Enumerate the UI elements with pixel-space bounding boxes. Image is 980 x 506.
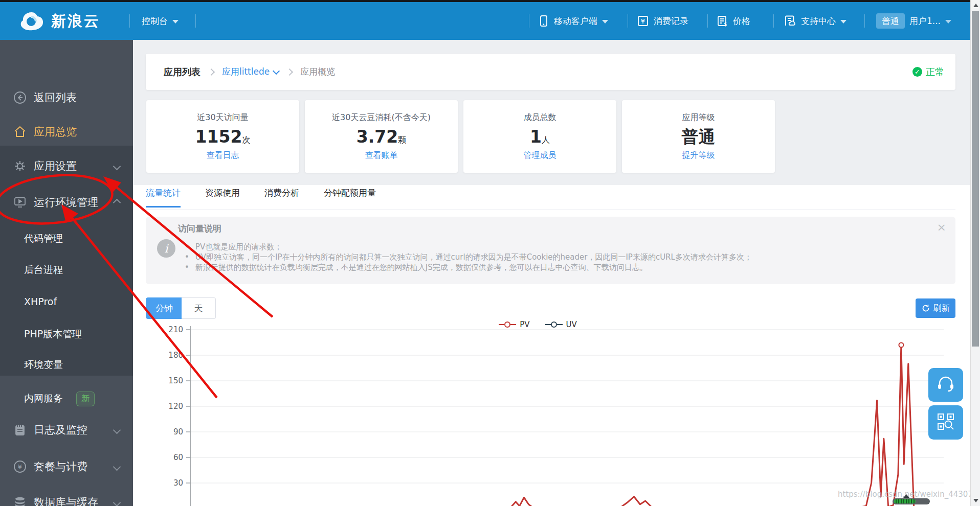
tab-resource-usage[interactable]: 资源使用 (205, 187, 240, 208)
tab-traffic-stats[interactable]: 流量统计 (146, 187, 181, 208)
sidebar-group-runtime-env[interactable]: 运行环境管理 (0, 191, 133, 214)
sidebar-item-label: 应用设置 (34, 159, 77, 173)
refresh-button[interactable]: 刷新 (916, 298, 955, 318)
breadcrumb: 应用列表 应用littlede 应用概览 ✓ 正常 (146, 54, 955, 90)
sidebar-item-label: 应用总览 (34, 125, 77, 139)
sidebar-item-label: 返回列表 (34, 90, 77, 105)
close-icon[interactable]: × (937, 221, 946, 234)
stat-unit: 人 (542, 135, 550, 145)
tab-bar: 流量统计 资源使用 消费分析 分钟配额用量 (146, 187, 376, 208)
app-name-label: 应用littlede (222, 66, 270, 78)
sidebar-item-label: 代码管理 (24, 232, 63, 245)
consumption-records-menu[interactable]: ¥ 消费记录 (637, 2, 688, 40)
sidebar-group-database-cache[interactable]: 数据库与缓存 (0, 491, 133, 506)
stat-card-members: 成员总数 1人 管理成员 (463, 100, 616, 173)
qr-code-button[interactable] (928, 405, 963, 440)
sidebar-item-label: 日志及监控 (34, 423, 87, 437)
notice-title: 访问量说明 (178, 223, 221, 235)
navbar-divider (129, 14, 130, 28)
notice-bullet: •UV即独立访客，同一个IP在十分钟内所有的访问都只算一次独立访问，通过curl… (185, 252, 752, 262)
refresh-icon (922, 304, 930, 312)
slider-pointer-icon (903, 494, 909, 498)
stat-number: 3.72 (357, 127, 398, 147)
scroll-down-icon[interactable] (973, 499, 978, 502)
stat-card-app-level: 应用等级 普通 提升等级 (622, 100, 775, 173)
customer-service-button[interactable] (928, 368, 963, 402)
sidebar-item-label: 数据库与缓存 (34, 495, 98, 506)
stat-number: 1 (530, 127, 542, 147)
navbar-divider (529, 14, 529, 28)
stat-value: 1人 (530, 128, 550, 145)
svg-text:210: 210 (168, 325, 183, 334)
notice-bullet: •新浪云提供的数据统计在负载均衡层完成，不是通过在您的网站植入JS完成，数据仅供… (185, 263, 648, 272)
sidebar-item-label: 套餐与计费 (34, 459, 87, 474)
status-badge: ✓ 正常 (912, 66, 944, 78)
sidebar-item-php-version[interactable]: PHP版本管理 (0, 323, 133, 346)
user-menu[interactable]: 用户1... (909, 2, 951, 40)
traffic-line-chart: 306090120150180210 (153, 322, 951, 506)
price-menu[interactable]: $ 价格 (716, 2, 750, 40)
minute-toggle-button[interactable]: 分钟 (146, 297, 183, 319)
mobile-client-menu[interactable]: 移动客户端 (538, 2, 608, 40)
sidebar-item-label: XHProf (24, 296, 57, 307)
info-icon: i (157, 239, 175, 258)
sidebar-group-logs-monitoring[interactable]: 日志及监控 (0, 419, 133, 441)
stat-number: 普通 (682, 127, 716, 147)
scroll-up-icon[interactable] (973, 4, 978, 7)
tab-minute-quota[interactable]: 分钟配额用量 (324, 187, 376, 208)
svg-text:60: 60 (173, 453, 183, 462)
stat-card-cloudbean: 近30天云豆消耗(不含今天) 3.72颗 查看账单 (305, 100, 458, 173)
notebook-icon (13, 423, 27, 436)
stat-title: 应用等级 (682, 112, 715, 123)
sidebar-nav: 返回列表 应用总览 应用设置 运行环境管理 代码管理 后 (0, 40, 133, 506)
database-icon (13, 496, 27, 506)
chevron-down-icon (113, 162, 121, 170)
logo-text[interactable]: 新浪云 (51, 11, 100, 32)
sidebar-item-env-variables[interactable]: 环境变量 (0, 354, 133, 376)
notice-text: UV即独立访客，同一个IP在十分钟内所有的访问都只算一次独立访问，通过curl的… (195, 252, 752, 262)
plan-badge: 普通 (876, 13, 905, 29)
support-doc-cloud-icon (783, 15, 796, 27)
svg-text:150: 150 (168, 376, 183, 385)
sidebar-item-code-management[interactable]: 代码管理 (0, 227, 133, 250)
sinacloud-logo-icon[interactable] (18, 9, 45, 35)
navbar-divider (195, 14, 196, 28)
sidebar-item-xhprof[interactable]: XHProf (0, 290, 133, 313)
breadcrumb-app-list[interactable]: 应用列表 (164, 66, 201, 78)
price-list-icon: $ (716, 15, 728, 27)
chevron-down-icon (113, 498, 121, 506)
stat-title: 成员总数 (524, 112, 556, 123)
yen-circle-icon: ¥ (13, 460, 27, 473)
bullet-icon: • (185, 252, 189, 262)
sidebar-item-intranet-service[interactable]: 内网服务 新 (0, 387, 133, 410)
navbar-divider (628, 14, 628, 28)
sidebar-item-label: 内网服务 (24, 392, 63, 405)
scrollbar-thumb[interactable] (972, 11, 979, 347)
notice-text: 新浪云提供的数据统计在负载均衡层完成，不是通过在您的网站植入JS完成，数据仅供参… (195, 263, 648, 272)
sidebar-item-background-process[interactable]: 后台进程 (0, 259, 133, 281)
svg-text:¥: ¥ (641, 17, 645, 25)
breadcrumb-app-name[interactable]: 应用littlede (222, 66, 279, 78)
chevron-right-icon (286, 68, 293, 75)
upgrade-level-link[interactable]: 提升等级 (682, 150, 715, 161)
sidebar-item-label: PHP版本管理 (24, 328, 82, 341)
notice-bullet: •PV也就是应用的请求数； (185, 242, 282, 252)
day-toggle-button[interactable]: 天 (182, 297, 216, 319)
chevron-down-icon (840, 20, 847, 24)
view-logs-link[interactable]: 查看日志 (207, 150, 239, 161)
console-menu[interactable]: 控制台 (142, 2, 179, 40)
window-scrollbar[interactable] (970, 0, 980, 506)
progress-pill (893, 498, 930, 504)
tab-consumption-analysis[interactable]: 消费分析 (264, 187, 299, 208)
sidebar-item-app-overview[interactable]: 应用总览 (0, 121, 133, 143)
check-icon: ✓ (912, 67, 922, 77)
chevron-down-icon (113, 426, 121, 434)
gear-icon (13, 159, 27, 173)
sidebar-group-plan-billing[interactable]: ¥ 套餐与计费 (0, 455, 133, 478)
support-center-menu[interactable]: 支持中心 (783, 2, 847, 40)
view-bill-link[interactable]: 查看账单 (365, 150, 398, 161)
sidebar-item-app-settings[interactable]: 应用设置 (0, 155, 133, 177)
support-center-label: 支持中心 (801, 15, 836, 27)
sidebar-item-back-to-list[interactable]: 返回列表 (0, 86, 133, 109)
manage-members-link[interactable]: 管理成员 (524, 150, 556, 161)
